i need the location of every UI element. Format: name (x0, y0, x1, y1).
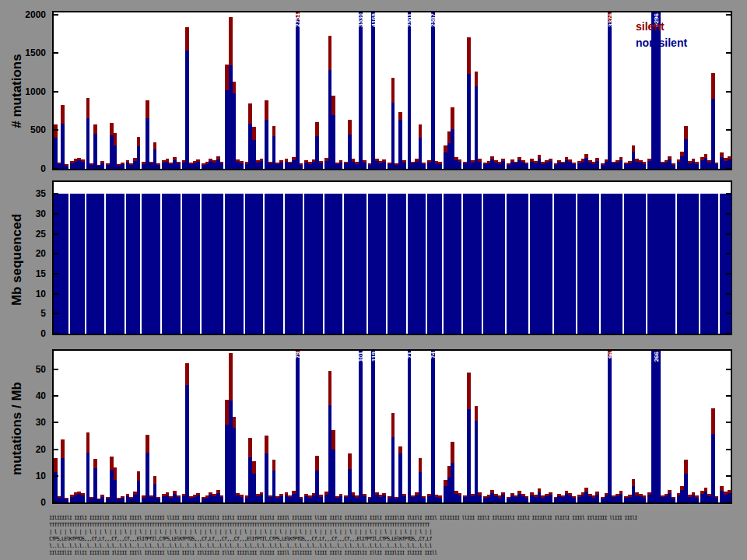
nonsilent-segment (81, 194, 85, 334)
bar: 2587 (431, 12, 435, 169)
nonsilent-segment (65, 499, 68, 502)
nonsilent-segment (359, 351, 363, 502)
silent-segment (711, 73, 715, 99)
nonsilent-segment (196, 194, 200, 334)
clipped-bar-value-label: 2587 (430, 13, 437, 27)
nonsilent-segment (458, 194, 462, 334)
bar (137, 194, 141, 334)
group-separator (718, 12, 720, 169)
xaxis-labels-row: TTTTTTTTTTTTTTTTTTTTTTTTTTTTTTTTTTTTTTTT… (49, 522, 734, 529)
nonsilent-segment (296, 354, 300, 502)
nonsilent-segment (438, 498, 442, 502)
silent-segment (114, 133, 117, 145)
y-tick-mark (726, 193, 731, 194)
silent-segment (248, 103, 252, 123)
bar (467, 373, 471, 502)
nonsilent-segment (608, 358, 612, 502)
group-separator (675, 351, 677, 502)
silent-segment (252, 127, 256, 140)
y-tick-mark (726, 502, 731, 503)
y-tick-mark (54, 449, 58, 450)
y-tick-mark (54, 52, 58, 54)
bar (402, 494, 406, 502)
bar (196, 159, 200, 169)
nonsilent-segment (619, 160, 623, 169)
group-separator (599, 12, 601, 169)
group-separator (200, 351, 202, 502)
bar (81, 493, 85, 502)
nonsilent-segment (260, 161, 264, 169)
y-tick-mark (726, 313, 731, 314)
silent-segment (331, 430, 335, 449)
nonsilent-segment (86, 453, 90, 502)
group-separator (386, 351, 388, 502)
bar (382, 194, 386, 334)
bar (121, 163, 124, 169)
nonsilent-segment (467, 74, 471, 169)
bar (137, 137, 141, 169)
group-separator (303, 351, 304, 502)
bar (121, 194, 124, 334)
group-separator (622, 12, 624, 169)
nonsilent-segment (478, 495, 482, 502)
y-tick-mark (726, 475, 731, 477)
y-tick-label: 10 (12, 471, 46, 481)
nonsilent-segment (331, 115, 335, 169)
bar (467, 37, 471, 169)
nonsilent-segment (177, 194, 181, 334)
nonsilent-segment (279, 163, 283, 169)
nonsilent-segment (196, 495, 200, 502)
bars-mutations: 2754353041682501258733769296 (54, 12, 731, 169)
bar (65, 164, 68, 169)
nonsilent-segment (643, 498, 647, 502)
bar: 4168 (371, 12, 375, 169)
bars-mutations-per-mb: 79101119717496266 (54, 351, 731, 502)
group-separator (283, 12, 285, 169)
nonsilent-segment (331, 450, 335, 502)
bar (233, 82, 237, 169)
nonsilent-segment (549, 194, 552, 334)
nonsilent-segment (279, 194, 283, 334)
nonsilent-segment (121, 194, 124, 334)
xaxis-labels-row: | l | | l | | | l | | l | | | l | | l | … (49, 529, 734, 536)
y-tick-mark (54, 129, 58, 131)
xaxis-labels-row: CfPS,LElKfPfOS,,,Cf,Lf,,,Cf,,,Cf,,,ElIfP… (49, 536, 734, 543)
bar (643, 162, 647, 169)
nonsilent-segment (715, 498, 719, 502)
nonsilent-segment (619, 494, 623, 502)
silent-segment (93, 459, 97, 468)
group-separator (342, 12, 344, 169)
nonsilent-segment (61, 458, 65, 502)
nonsilent-segment (643, 194, 647, 334)
nonsilent-segment (86, 118, 90, 169)
bar (300, 194, 303, 334)
bar (501, 194, 505, 334)
bar (265, 436, 268, 503)
nonsilent-segment (156, 194, 160, 334)
group-separator (482, 12, 483, 169)
bar (572, 163, 576, 169)
bar (422, 194, 426, 334)
bar (339, 160, 343, 169)
y-tick-mark (726, 168, 731, 170)
nonsilent-segment (619, 194, 623, 334)
group-separator (599, 351, 601, 502)
bar (319, 161, 323, 169)
silent-segment (632, 145, 636, 152)
silent-segment (475, 72, 479, 86)
bar (458, 493, 462, 502)
y-tick-mark (726, 14, 731, 16)
y-tick-mark (54, 91, 58, 93)
nonsilent-segment (695, 164, 699, 169)
bar (240, 161, 244, 169)
silent-segment (315, 456, 319, 471)
silent-segment (451, 442, 454, 463)
nonsilent-segment (711, 434, 715, 502)
bar: 74 (431, 351, 435, 502)
group-separator (140, 351, 142, 502)
clipped-bar-value-label: 101 (357, 352, 364, 362)
bar (146, 100, 149, 169)
silent-segment (391, 413, 395, 437)
group-separator (528, 12, 530, 169)
nonsilent-segment (382, 495, 386, 502)
